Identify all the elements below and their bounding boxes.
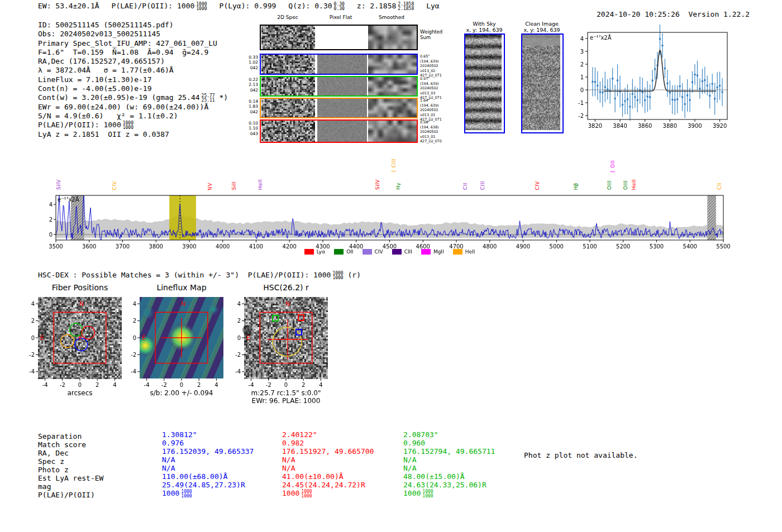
- table-cell: 176.151927, 49.665700: [282, 447, 374, 456]
- 2d-row-right-line: Weighted: [420, 29, 460, 35]
- 2d-spec-panel: [261, 121, 315, 142]
- 2d-spec-panel: [261, 26, 315, 49]
- withsky-image: [465, 35, 502, 130]
- legend-color-patch: [304, 249, 314, 255]
- 2d-spec-row: [260, 76, 418, 97]
- info-line: ID: 5002511145 (5002511145.pdf): [38, 21, 228, 30]
- 2d-row-right-line: (194, 639): [420, 82, 460, 87]
- info-line-text: P(LAE)/P(OII): 1000: [38, 121, 121, 129]
- ew-value: EW: 53.4±20.1Å: [38, 2, 99, 11]
- legend-color-patch: [453, 249, 462, 255]
- qz-value: Q(z): 0.300.300.30: [288, 2, 345, 11]
- 2d-spec-panel: [261, 77, 315, 95]
- 2d-row-right-label: 0.97"(194, 639)20240502v013_03427_LU_071: [420, 76, 460, 100]
- withsky-panel: [464, 33, 505, 133]
- legend-color-patch: [392, 249, 402, 255]
- legend-item: CIII: [392, 249, 412, 255]
- 2d-row-left-line: 1.02: [245, 60, 258, 65]
- hscdex-matches-line: HSC-DEX : Possible Matches = 3 (within +…: [38, 271, 361, 280]
- stacked-fraction: 10001000: [422, 490, 433, 499]
- fraction-bottom: 1000: [123, 126, 133, 130]
- table-row-label: Photo z: [38, 466, 103, 474]
- smoothed-panel: [368, 26, 417, 49]
- 2d-row-right-line: v013_03: [420, 91, 460, 96]
- stacked-fraction: 25.7725.11: [202, 94, 215, 103]
- table-cell: 176.152039, 49.665337: [162, 447, 254, 456]
- cleanimage-title: Clean Image x, y: 194, 639: [517, 21, 567, 33]
- 2d-row-right-line: (194, 638): [420, 125, 460, 130]
- fraction-bottom: 2.1858: [398, 7, 414, 11]
- cutout-title: HSC(26.2) r: [244, 283, 328, 292]
- legend-label: Lyα: [317, 249, 325, 255]
- 2d-row-right-line: Sum: [420, 35, 460, 40]
- table-row-label: Est LyA rest-EW: [38, 474, 103, 482]
- cutout-xlabel: m:25.7 rc:1.5" s:0.0": [244, 389, 328, 397]
- cutout-image-fiber: [22, 293, 134, 396]
- spectrum-legend: LyαOIICIVCIIIMgIIHeII: [48, 249, 731, 255]
- plae-main: 1000: [282, 489, 299, 497]
- info-line: λ = 3872.04Å σ = 1.77(±0.46)Å: [38, 66, 228, 75]
- 2d-row-right-line: v013_01: [420, 135, 460, 140]
- info-line-text: Cont(w) = 3.20(±0.95)e-19 (gmag 25.44: [38, 93, 200, 102]
- fraction-bottom: 1000: [301, 494, 312, 499]
- 2d-spec-row: [260, 25, 418, 50]
- legend-label: OII: [346, 249, 353, 255]
- 2d-row-right-line: v013_02: [420, 69, 460, 74]
- table-cell: 24.63(24.33,25.06)R: [403, 481, 495, 489]
- table-cell-plae: 100010001000: [282, 489, 374, 497]
- table-cell: N/A: [162, 456, 254, 464]
- stacked-fraction: 0.300.30: [334, 2, 345, 11]
- 2d-row-left-line: 0.22: [245, 77, 258, 82]
- table-cell: N/A: [282, 464, 374, 472]
- info-line: Obs: 20240502v013_5002511145: [38, 30, 228, 39]
- full-spectrum-plot: [48, 191, 735, 258]
- 2d-row-right-line: (194, 639): [420, 59, 460, 64]
- table-cell: 41.00(±10.00)Å: [282, 472, 374, 481]
- info-line: F=1.6" T=0.159 N̄=1.08 Ā=0.94 ḡ=24.9: [38, 48, 228, 57]
- pixel-flat-panel: [317, 26, 367, 49]
- 2d-row-right-line: 20240502: [420, 108, 460, 113]
- cutout-image-lineflux: [124, 293, 236, 396]
- plae-main: 1000: [162, 489, 179, 497]
- 2d-row-left-label: 0.141.83042: [245, 99, 258, 114]
- 2d-row-left-line: 0.14: [245, 99, 258, 104]
- withsky-title: With Sky x, y: 194, 639: [459, 21, 509, 33]
- cutout-xlabel: s/b: 2.00 +/- 0.094: [140, 389, 223, 397]
- cleanimage-panel: [521, 33, 564, 133]
- cutout-image-hsc: [228, 293, 340, 396]
- table-row-label: Spec z: [38, 457, 103, 466]
- photz-note: Phot z plot not available.: [524, 451, 638, 459]
- info-line: Cont(w) = 3.20(±0.95)e-19 (gmag 25.4425.…: [38, 93, 228, 103]
- legend-label: CIII: [404, 249, 412, 255]
- legend-color-patch: [363, 249, 372, 255]
- info-line: EWr = 69.00(±24.00) (w: 69.00(±24.00))Å: [38, 103, 228, 112]
- 2d-row-right-line: 20240502: [420, 64, 460, 69]
- 2d-row-left-label: 0.331.02042: [245, 55, 258, 70]
- cutout-title: Lineflux Map: [140, 283, 223, 292]
- 2d-row-left-line: 0.33: [245, 55, 258, 60]
- table-row-label: P(LAE)/P(OII): [38, 491, 103, 499]
- stacked-fraction: 2.18582.1858: [398, 2, 414, 11]
- table-cell: 110.00(±68.00)Å: [162, 472, 254, 481]
- version-label: Version 1.22.2: [688, 10, 750, 18]
- smoothed-panel: [368, 99, 417, 117]
- classified-line-name: Lyα: [426, 2, 439, 11]
- table-cell: N/A: [403, 456, 495, 464]
- stacked-fraction: 10001000: [301, 490, 312, 499]
- plae-main: 1000: [403, 489, 421, 497]
- table-row-label: Match score: [38, 440, 103, 449]
- 2d-row-left-line: 0.10: [245, 121, 258, 126]
- z-value: z: 2.18582.18582.1858: [357, 2, 414, 11]
- 2d-row-left-line: 042: [245, 109, 258, 114]
- fraction-bottom: 1000: [422, 494, 433, 499]
- info-line: S/N = 4.9(±0.6) χ² = 1.1(±0.2): [38, 112, 228, 121]
- smoothed-panel: [368, 121, 417, 142]
- table-match-column: 1.30812"0.976176.152039, 49.665337N/AN/A…: [162, 430, 254, 497]
- legend-color-patch: [421, 249, 431, 255]
- z-value-text: z: 2.1858: [357, 2, 396, 10]
- stacked-fraction: 10001000: [332, 271, 343, 280]
- pixel-flat-panel: [317, 121, 367, 142]
- table-cell: N/A: [403, 464, 495, 472]
- header-timestamp-version: 2024-10-20 10:25:26 Version 1.22.2: [579, 2, 750, 27]
- table-cell-plae: 100010001000: [162, 489, 254, 497]
